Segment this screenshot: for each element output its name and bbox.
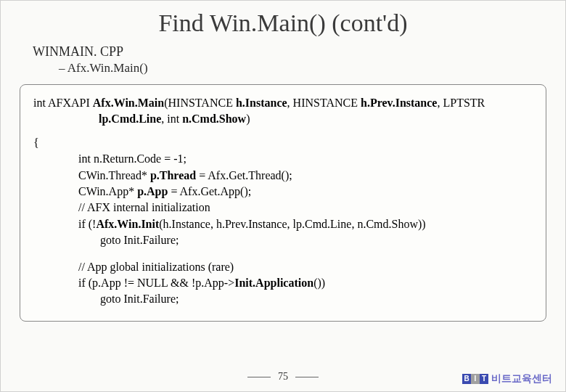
code-line: CWin.Thread* p.Thread = Afx.Get.Thread()… (78, 168, 533, 184)
code-comment: // AFX internal initialization (78, 200, 533, 216)
code-text: ) (246, 113, 250, 125)
code-decl-line1: int AFXAPI Afx.Win.Main(HINSTANCE h.Inst… (33, 95, 533, 111)
code-text: = Afx.Get.Thread(); (196, 169, 292, 181)
var-name: p.App (137, 185, 168, 197)
code-line: if (p.App != NULL && !p.App->Init.Applic… (78, 275, 533, 291)
file-header: WINMAIN. CPP (33, 44, 548, 60)
logo-letter: I (471, 374, 480, 384)
footer-brand: B I T 비트교육센터 (462, 372, 552, 385)
page-number: 75 (278, 371, 288, 383)
code-line: CWin.App* p.App = Afx.Get.App(); (78, 184, 533, 200)
code-line: int n.Return.Code = -1; (78, 151, 533, 167)
code-text: , LPTSTR (437, 97, 485, 109)
code-text: , int (161, 113, 182, 125)
slide: Find Win.Main() (cont'd) WINMAIN. CPP – … (1, 1, 565, 391)
code-decl-line2: lp.Cmd.Line, int n.Cmd.Show) (99, 111, 533, 127)
param: h.Prev.Instance (361, 97, 437, 109)
code-text: CWin.App* (78, 185, 137, 197)
code-text: = Afx.Get.App(); (168, 185, 251, 197)
bit-logo-icon: B I T (462, 374, 488, 384)
code-brace: { (33, 135, 533, 151)
param: n.Cmd.Show (182, 113, 246, 125)
code-text: int AFXAPI (33, 97, 93, 109)
file-subitem: – Afx.Win.Main() (59, 61, 548, 75)
code-line: goto Init.Failure; (100, 291, 533, 307)
var-name: p.Thread (150, 169, 196, 181)
code-text: if (! (78, 218, 96, 230)
param: lp.Cmd.Line (99, 113, 161, 125)
logo-letter: B (462, 374, 471, 384)
code-text: ()) (313, 277, 325, 289)
code-text: (HINSTANCE (164, 97, 236, 109)
code-text: (h.Instance, h.Prev.Instance, lp.Cmd.Lin… (159, 218, 425, 230)
code-comment: // App global initializations (rare) (78, 259, 533, 275)
page-number-value: 75 (278, 371, 288, 382)
fn-name: Afx.Win.Main (93, 97, 164, 109)
code-line: if (!Afx.Win.Init(h.Instance, h.Prev.Ins… (78, 216, 533, 232)
code-text: , HINSTANCE (287, 97, 361, 109)
param: h.Instance (236, 97, 287, 109)
code-line: goto Init.Failure; (100, 232, 533, 248)
fn-name: Init.Application (234, 277, 313, 289)
brand-text: 비트교육센터 (491, 372, 552, 385)
logo-letter: T (480, 374, 488, 384)
code-text: CWin.Thread* (78, 169, 150, 181)
page-title: Find Win.Main() (cont'd) (18, 9, 548, 37)
fn-name: Afx.Win.Init (96, 218, 159, 230)
code-text: if (p.App != NULL && !p.App-> (78, 277, 234, 289)
code-block: int AFXAPI Afx.Win.Main(HINSTANCE h.Inst… (20, 84, 546, 322)
